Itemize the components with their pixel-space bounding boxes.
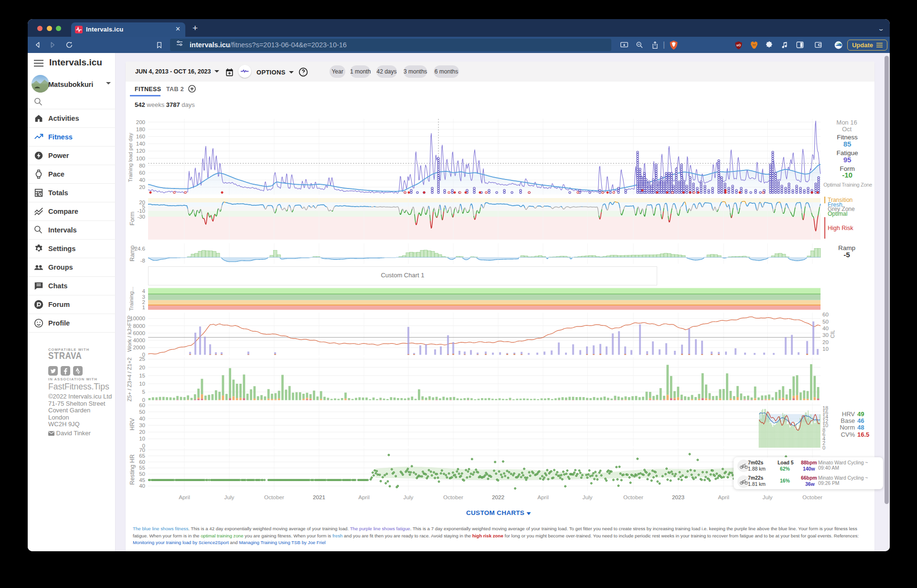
svg-text:Work / kJ>FTP: Work / kJ>FTP — [127, 315, 132, 352]
svg-text:Resting HR: Resting HR — [129, 454, 136, 485]
svg-text:50: 50 — [822, 319, 829, 325]
svg-text:6000: 6000 — [133, 330, 145, 336]
svg-text:July: July — [763, 494, 773, 501]
svg-text:46: 46 — [857, 417, 864, 424]
svg-text:49: 49 — [857, 410, 864, 418]
svg-text:24.6: 24.6 — [135, 246, 145, 252]
svg-text:18: 18 — [822, 405, 828, 411]
svg-text:120: 120 — [136, 148, 145, 154]
svg-text:Custom Chart 1: Custom Chart 1 — [381, 272, 424, 279]
svg-text:5: 5 — [142, 389, 145, 395]
svg-text:1: 1 — [142, 304, 145, 310]
svg-text:Optimal Training Zone: Optimal Training Zone — [823, 182, 872, 188]
svg-text:55: 55 — [139, 465, 145, 471]
svg-text:HRV: HRV — [842, 410, 855, 418]
svg-text:80: 80 — [139, 163, 145, 168]
svg-text:Training...: Training... — [128, 287, 134, 311]
svg-text:180: 180 — [136, 126, 145, 132]
svg-text:July: July — [224, 494, 235, 501]
svg-text:30: 30 — [822, 332, 829, 338]
svg-text:20: 20 — [139, 429, 145, 435]
svg-text:200: 200 — [136, 119, 145, 125]
svg-text:60: 60 — [822, 312, 829, 317]
svg-text:4: 4 — [142, 288, 146, 294]
svg-text:uO: uO — [736, 43, 741, 46]
svg-text:Ramp: Ramp — [129, 245, 136, 261]
svg-text:20: 20 — [139, 365, 145, 370]
svg-text:40: 40 — [822, 326, 829, 331]
svg-text:Mon 16: Mon 16 — [836, 119, 857, 126]
svg-text:60: 60 — [139, 459, 145, 465]
svg-text:10: 10 — [822, 346, 829, 352]
svg-text:October: October — [443, 494, 463, 501]
svg-text:Form: Form — [129, 211, 136, 225]
svg-text:100: 100 — [136, 156, 145, 161]
svg-text:30: 30 — [139, 422, 145, 428]
svg-text:8000: 8000 — [133, 323, 145, 329]
svg-text:45: 45 — [139, 477, 145, 483]
svg-text:-10: -10 — [842, 171, 853, 179]
svg-text:2021: 2021 — [313, 494, 325, 501]
svg-text:15: 15 — [139, 373, 145, 378]
svg-text:70: 70 — [139, 447, 145, 453]
svg-text:95: 95 — [843, 156, 852, 164]
svg-text:16.5: 16.5 — [857, 431, 869, 438]
svg-text:10: 10 — [139, 381, 145, 387]
svg-text:CIL: CIL — [830, 330, 835, 338]
svg-text:High Risk: High Risk — [828, 225, 853, 231]
svg-text:Optimal: Optimal — [828, 210, 847, 217]
svg-text:Oct: Oct — [842, 126, 852, 133]
svg-text:CV%: CV% — [841, 431, 855, 438]
svg-text:160: 160 — [136, 134, 145, 139]
svg-text:-5: -5 — [843, 251, 850, 259]
svg-text:October: October — [802, 494, 822, 501]
svg-text:-10: -10 — [137, 208, 145, 214]
svg-text:40: 40 — [139, 483, 145, 489]
svg-text:-8: -8 — [140, 258, 145, 263]
svg-text:2023: 2023 — [672, 494, 685, 501]
svg-text:50: 50 — [139, 471, 145, 477]
svg-text:April: April — [537, 494, 549, 501]
svg-text:April: April — [358, 494, 370, 501]
svg-text:40: 40 — [139, 177, 145, 183]
svg-text:25: 25 — [139, 356, 145, 362]
svg-text:July: July — [404, 494, 414, 501]
svg-text:140: 140 — [136, 141, 145, 147]
svg-text:Z5+ / Z3+4 / Z1+2: Z5+ / Z3+4 / Z1+2 — [127, 357, 132, 401]
svg-text:April: April — [179, 494, 190, 501]
svg-text:April: April — [718, 494, 729, 501]
svg-text:Base: Base — [841, 417, 855, 424]
svg-text:48: 48 — [857, 424, 864, 431]
svg-text:2000: 2000 — [133, 345, 145, 350]
svg-text:4000: 4000 — [133, 337, 145, 343]
svg-text:July: July — [583, 494, 593, 501]
svg-text:40: 40 — [139, 416, 145, 421]
svg-text:2022: 2022 — [492, 494, 504, 501]
svg-text:October: October — [623, 494, 643, 501]
svg-text:-30: -30 — [137, 214, 145, 220]
svg-text:20: 20 — [139, 184, 145, 190]
svg-text:2: 2 — [142, 299, 145, 305]
svg-text:HRV: HRV — [129, 418, 136, 430]
svg-text:85: 85 — [843, 140, 852, 148]
svg-text:60: 60 — [139, 170, 145, 176]
svg-text:65: 65 — [139, 453, 145, 459]
svg-text:Norm: Norm — [840, 424, 855, 431]
svg-text:Training load per day: Training load per day — [128, 133, 133, 182]
svg-text:20: 20 — [822, 339, 829, 345]
svg-text:60: 60 — [139, 402, 145, 408]
svg-text:50: 50 — [139, 409, 145, 415]
svg-text:10: 10 — [139, 436, 145, 441]
svg-text:October: October — [264, 494, 284, 501]
